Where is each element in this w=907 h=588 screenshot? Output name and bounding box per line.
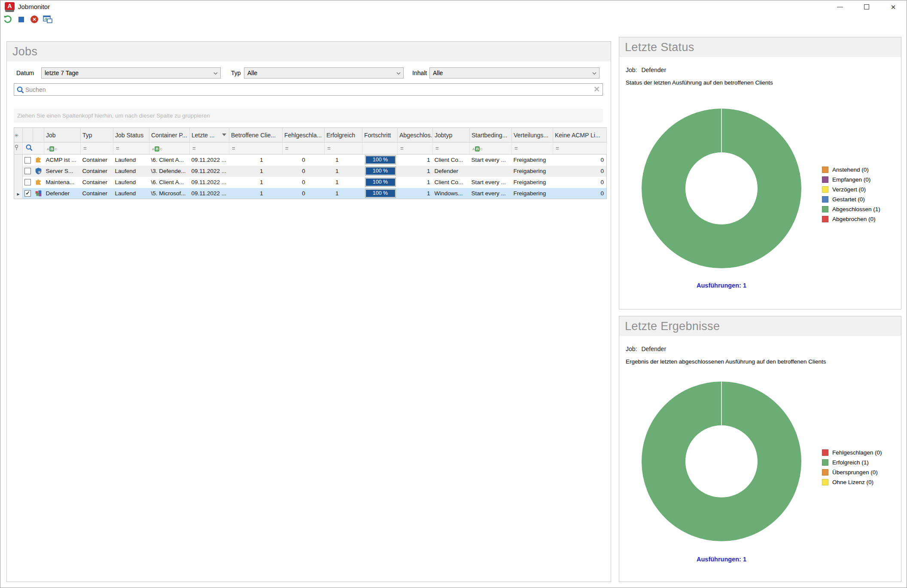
column-header-job-status[interactable]: Job Status [113,128,149,142]
typ-select[interactable]: Alle [244,67,404,79]
filter-search-cell[interactable] [23,142,44,155]
row-checkbox[interactable] [23,166,33,177]
legend-swatch [822,176,828,183]
cell-fortschritt: 100 % [362,166,398,177]
search-icon [16,86,24,94]
cell-status: Laufend [113,166,149,177]
row-checkbox[interactable] [23,155,33,166]
cell-fortschritt: 100 % [362,155,398,166]
table-row[interactable]: Maintena... Container Laufend \6. Client… [14,177,607,188]
legend-item: Übersprungen (0) [822,469,882,476]
search-input[interactable] [25,84,588,95]
filter-container[interactable]: ABC [149,142,190,155]
row-checkbox[interactable] [23,177,33,188]
filter-startbedingung[interactable]: ABC [470,142,512,155]
close-button[interactable]: ✕ [880,0,907,13]
legend-item: Empfangen (0) [822,176,880,183]
icon-column-header[interactable] [33,128,44,142]
stop-button[interactable] [16,15,26,24]
checkbox-column-header[interactable] [23,128,33,142]
table-row-selected[interactable]: ▶ ✓ Defender Container Laufend \5. Micro… [14,188,607,199]
filter-erfolgreich[interactable]: = [325,142,362,155]
legend-swatch [822,196,828,203]
cell-fortschritt: 100 % [362,188,398,199]
open-jobmonitor-button[interactable] [43,15,52,24]
cell-letzte: 09.11.2022 ... [190,166,229,177]
maximize-button[interactable] [853,0,880,13]
filter-fortschritt[interactable] [362,142,398,155]
cell-jobtyp: Defender [433,166,470,177]
filter-job-status[interactable]: = [113,142,149,155]
filter-abgeschlossen[interactable]: = [398,142,433,155]
search-clear-icon[interactable]: ✕ [594,85,600,94]
table-row[interactable]: ACMP ist ... Container Laufend \6. Clien… [14,155,607,166]
legend-swatch [822,206,828,212]
inhalt-value: Alle [433,70,443,76]
legend-item: Ohne Lizenz (0) [822,479,882,485]
column-header-erfolgreich[interactable]: Erfolgreich [325,128,362,142]
inhalt-select[interactable]: Alle [429,67,600,79]
column-header-job[interactable]: Job [44,128,81,142]
row-checkbox[interactable]: ✓ [23,188,33,199]
status-ausfuehrungen-link[interactable]: Ausführungen: 1 [641,282,802,289]
filter-verteilung[interactable]: = [512,142,553,155]
legend-swatch [822,459,828,466]
minimize-icon [837,7,843,7]
filter-typ[interactable]: = [81,142,113,155]
legend-item: Verzögert (0) [822,186,880,193]
cell-erfolgreich: 1 [325,166,362,177]
chevron-down-icon [213,72,218,75]
legend-item: Erfolgreich (1) [822,459,882,466]
column-header-jobtyp[interactable]: Jobtyp [433,128,470,142]
column-header-fehlgeschlagen[interactable]: Fehlgeschla... [283,128,325,142]
search-box: ✕ [14,83,603,96]
column-header-typ[interactable]: Typ [81,128,113,142]
jobs-panel-title: Jobs [7,42,611,61]
column-header-fortschritt[interactable]: Fortschritt [362,128,398,142]
maximize-icon [864,4,869,9]
filter-letzte[interactable]: = [190,142,229,155]
cell-erfolgreich: 1 [325,177,362,188]
jobmonitor-window: A Jobmonitor ✕ ✕ [0,0,907,588]
column-header-betroffene[interactable]: Betroffene Clie... [229,128,283,142]
column-header-abgeschlossen[interactable]: Abgeschlos... [398,128,433,142]
titlebar: A Jobmonitor ✕ [0,0,907,13]
cancel-button[interactable]: ✕ [30,15,39,24]
column-header-startbedingung[interactable]: Startbeding... [470,128,512,142]
abc-filter-icon: ABC [152,146,162,152]
table-row[interactable]: Server S... Container Laufend \3. Defend… [14,166,607,177]
select-all-header[interactable]: ✳ [14,128,23,142]
column-header-container[interactable]: Container P... [149,128,190,142]
status-job-line: Job:Defender [626,67,666,73]
pin-icon [14,145,19,151]
refresh-button[interactable] [3,15,12,24]
cell-container: \6. Client A... [149,155,190,166]
equals-filter-icon: = [556,145,560,152]
column-header-keine-lizenz[interactable]: Keine ACMP Li... [553,128,607,142]
cell-status: Laufend [113,177,149,188]
progress-bar: 100 % [365,167,396,176]
datum-select[interactable]: letzte 7 Tage [41,67,221,79]
cell-fehlgeschlagen: 0 [283,188,325,199]
typ-label: Typ [231,67,241,79]
filter-fehlgeschlagen[interactable]: = [283,142,325,155]
results-ausfuehrungen-link[interactable]: Ausführungen: 1 [641,556,802,563]
equals-filter-icon: = [435,145,439,152]
letzte-status-panel: Letzte Status Job:Defender Status der le… [619,37,901,309]
cell-job: Server S... [44,166,81,177]
column-header-verteilung[interactable]: Verteilungs... [512,128,553,142]
filter-pin-cell[interactable] [14,142,23,155]
column-header-letzte[interactable]: Letzte ... [190,128,229,142]
filter-job[interactable]: ABC [44,142,81,155]
cell-jobtyp: Client Co... [433,155,470,166]
filter-betroffene[interactable]: = [229,142,283,155]
cell-container: \6. Client A... [149,177,190,188]
cell-erfolgreich: 1 [325,188,362,199]
minimize-button[interactable] [827,0,853,13]
filter-keine-lizenz[interactable]: = [553,142,607,155]
cell-betroffene: 1 [229,188,283,199]
results-legend: Fehlgeschlagen (0) Erfolgreich (1) Übers… [822,449,882,485]
letzte-ergebnisse-panel: Letzte Ergebnisse Job:Defender Ergebnis … [619,316,901,582]
filter-jobtyp[interactable]: = [433,142,470,155]
status-panel-title: Letzte Status [619,37,901,57]
